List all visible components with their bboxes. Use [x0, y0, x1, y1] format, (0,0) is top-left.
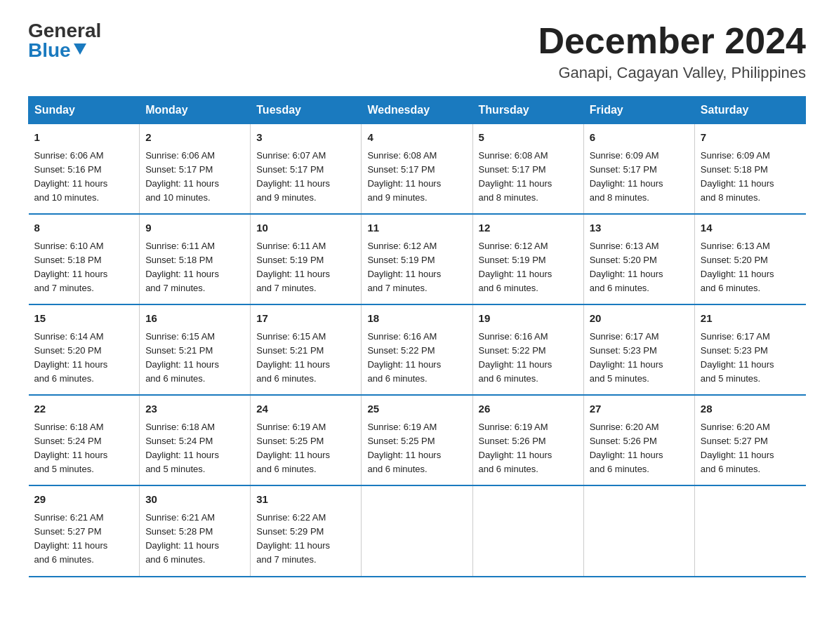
- day-info: Sunrise: 6:08 AM Sunset: 5:17 PM Dayligh…: [479, 149, 578, 206]
- day-number: 13: [590, 220, 689, 236]
- day-info: Sunrise: 6:18 AM Sunset: 5:24 PM Dayligh…: [145, 420, 244, 477]
- calendar-cell: 18 Sunrise: 6:16 AM Sunset: 5:22 PM Dayl…: [362, 304, 472, 395]
- calendar-cell: 16 Sunrise: 6:15 AM Sunset: 5:21 PM Dayl…: [140, 304, 251, 395]
- day-number: 7: [701, 130, 800, 146]
- day-info: Sunrise: 6:14 AM Sunset: 5:20 PM Dayligh…: [34, 330, 134, 387]
- day-number: 28: [701, 401, 800, 417]
- calendar-cell: 26 Sunrise: 6:19 AM Sunset: 5:26 PM Dayl…: [472, 395, 583, 485]
- calendar-week-row: 1 Sunrise: 6:06 AM Sunset: 5:16 PM Dayli…: [29, 124, 806, 215]
- day-info: Sunrise: 6:06 AM Sunset: 5:17 PM Dayligh…: [145, 149, 244, 206]
- calendar-cell: 31 Sunrise: 6:22 AM Sunset: 5:29 PM Dayl…: [251, 485, 362, 576]
- calendar-header-row: SundayMondayTuesdayWednesdayThursdayFrid…: [29, 97, 806, 124]
- day-info: Sunrise: 6:17 AM Sunset: 5:23 PM Dayligh…: [701, 330, 800, 387]
- day-number: 17: [256, 311, 355, 327]
- day-number: 5: [479, 130, 578, 146]
- page-header: General Blue December 2024 Ganapi, Cagay…: [28, 21, 806, 82]
- day-number: 3: [256, 130, 355, 146]
- title-area: December 2024 Ganapi, Cagayan Valley, Ph…: [538, 21, 806, 82]
- day-info: Sunrise: 6:17 AM Sunset: 5:23 PM Dayligh…: [590, 330, 689, 387]
- column-header-tuesday: Tuesday: [251, 97, 362, 124]
- day-number: 20: [590, 311, 689, 327]
- day-number: 30: [145, 492, 244, 508]
- day-info: Sunrise: 6:15 AM Sunset: 5:21 PM Dayligh…: [145, 330, 244, 387]
- calendar-week-row: 8 Sunrise: 6:10 AM Sunset: 5:18 PM Dayli…: [29, 214, 806, 304]
- calendar-cell: 19 Sunrise: 6:16 AM Sunset: 5:22 PM Dayl…: [472, 304, 583, 395]
- day-number: 6: [590, 130, 689, 146]
- day-info: Sunrise: 6:22 AM Sunset: 5:29 PM Dayligh…: [256, 511, 355, 568]
- column-header-friday: Friday: [583, 97, 694, 124]
- day-number: 12: [479, 220, 578, 236]
- calendar-cell: 28 Sunrise: 6:20 AM Sunset: 5:27 PM Dayl…: [694, 395, 805, 485]
- day-number: 4: [367, 130, 466, 146]
- calendar-cell: 4 Sunrise: 6:08 AM Sunset: 5:17 PM Dayli…: [362, 124, 472, 215]
- calendar-cell: 6 Sunrise: 6:09 AM Sunset: 5:17 PM Dayli…: [583, 124, 694, 215]
- calendar-cell: 13 Sunrise: 6:13 AM Sunset: 5:20 PM Dayl…: [583, 214, 694, 304]
- day-info: Sunrise: 6:09 AM Sunset: 5:17 PM Dayligh…: [590, 149, 689, 206]
- calendar-cell: 27 Sunrise: 6:20 AM Sunset: 5:26 PM Dayl…: [583, 395, 694, 485]
- day-number: 26: [479, 401, 578, 417]
- calendar-week-row: 15 Sunrise: 6:14 AM Sunset: 5:20 PM Dayl…: [29, 304, 806, 395]
- day-number: 14: [701, 220, 800, 236]
- day-number: 24: [256, 401, 355, 417]
- calendar-cell: 17 Sunrise: 6:15 AM Sunset: 5:21 PM Dayl…: [251, 304, 362, 395]
- calendar-table: SundayMondayTuesdayWednesdayThursdayFrid…: [28, 96, 806, 577]
- day-info: Sunrise: 6:21 AM Sunset: 5:28 PM Dayligh…: [145, 511, 244, 568]
- calendar-cell: 7 Sunrise: 6:09 AM Sunset: 5:18 PM Dayli…: [694, 124, 805, 215]
- day-number: 2: [145, 130, 244, 146]
- calendar-cell: [472, 485, 583, 576]
- calendar-cell: 2 Sunrise: 6:06 AM Sunset: 5:17 PM Dayli…: [140, 124, 251, 215]
- day-info: Sunrise: 6:20 AM Sunset: 5:27 PM Dayligh…: [701, 420, 800, 477]
- day-info: Sunrise: 6:16 AM Sunset: 5:22 PM Dayligh…: [479, 330, 578, 387]
- day-number: 16: [145, 311, 244, 327]
- day-number: 22: [34, 401, 134, 417]
- calendar-cell: 29 Sunrise: 6:21 AM Sunset: 5:27 PM Dayl…: [29, 485, 140, 576]
- calendar-cell: 23 Sunrise: 6:18 AM Sunset: 5:24 PM Dayl…: [140, 395, 251, 485]
- day-number: 1: [34, 130, 134, 146]
- calendar-cell: 22 Sunrise: 6:18 AM Sunset: 5:24 PM Dayl…: [29, 395, 140, 485]
- day-number: 19: [479, 311, 578, 327]
- day-info: Sunrise: 6:15 AM Sunset: 5:21 PM Dayligh…: [256, 330, 355, 387]
- calendar-cell: 24 Sunrise: 6:19 AM Sunset: 5:25 PM Dayl…: [251, 395, 362, 485]
- day-number: 11: [367, 220, 466, 236]
- day-info: Sunrise: 6:21 AM Sunset: 5:27 PM Dayligh…: [34, 511, 134, 568]
- day-info: Sunrise: 6:19 AM Sunset: 5:26 PM Dayligh…: [479, 420, 578, 477]
- calendar-cell: 10 Sunrise: 6:11 AM Sunset: 5:19 PM Dayl…: [251, 214, 362, 304]
- day-number: 27: [590, 401, 689, 417]
- calendar-cell: 12 Sunrise: 6:12 AM Sunset: 5:19 PM Dayl…: [472, 214, 583, 304]
- day-info: Sunrise: 6:08 AM Sunset: 5:17 PM Dayligh…: [367, 149, 466, 206]
- calendar-cell: 20 Sunrise: 6:17 AM Sunset: 5:23 PM Dayl…: [583, 304, 694, 395]
- calendar-cell: 14 Sunrise: 6:13 AM Sunset: 5:20 PM Dayl…: [694, 214, 805, 304]
- calendar-cell: 15 Sunrise: 6:14 AM Sunset: 5:20 PM Dayl…: [29, 304, 140, 395]
- logo-blue: Blue: [28, 41, 71, 60]
- calendar-cell: 1 Sunrise: 6:06 AM Sunset: 5:16 PM Dayli…: [29, 124, 140, 215]
- day-info: Sunrise: 6:13 AM Sunset: 5:20 PM Dayligh…: [701, 239, 800, 296]
- day-number: 18: [367, 311, 466, 327]
- day-info: Sunrise: 6:16 AM Sunset: 5:22 PM Dayligh…: [367, 330, 466, 387]
- day-info: Sunrise: 6:19 AM Sunset: 5:25 PM Dayligh…: [256, 420, 355, 477]
- day-number: 21: [701, 311, 800, 327]
- day-info: Sunrise: 6:09 AM Sunset: 5:18 PM Dayligh…: [701, 149, 800, 206]
- day-number: 29: [34, 492, 134, 508]
- logo-triangle-icon: [74, 43, 86, 57]
- calendar-cell: 5 Sunrise: 6:08 AM Sunset: 5:17 PM Dayli…: [472, 124, 583, 215]
- day-info: Sunrise: 6:07 AM Sunset: 5:17 PM Dayligh…: [256, 149, 355, 206]
- day-number: 9: [145, 220, 244, 236]
- calendar-week-row: 29 Sunrise: 6:21 AM Sunset: 5:27 PM Dayl…: [29, 485, 806, 576]
- day-info: Sunrise: 6:13 AM Sunset: 5:20 PM Dayligh…: [590, 239, 689, 296]
- column-header-wednesday: Wednesday: [362, 97, 472, 124]
- calendar-week-row: 22 Sunrise: 6:18 AM Sunset: 5:24 PM Dayl…: [29, 395, 806, 485]
- calendar-cell: [362, 485, 472, 576]
- location-title: Ganapi, Cagayan Valley, Philippines: [538, 64, 806, 82]
- calendar-cell: 11 Sunrise: 6:12 AM Sunset: 5:19 PM Dayl…: [362, 214, 472, 304]
- day-info: Sunrise: 6:10 AM Sunset: 5:18 PM Dayligh…: [34, 239, 134, 296]
- calendar-cell: [694, 485, 805, 576]
- column-header-monday: Monday: [140, 97, 251, 124]
- calendar-cell: 30 Sunrise: 6:21 AM Sunset: 5:28 PM Dayl…: [140, 485, 251, 576]
- logo-general: General: [28, 21, 101, 41]
- calendar-cell: [583, 485, 694, 576]
- calendar-cell: 25 Sunrise: 6:19 AM Sunset: 5:25 PM Dayl…: [362, 395, 472, 485]
- calendar-cell: 21 Sunrise: 6:17 AM Sunset: 5:23 PM Dayl…: [694, 304, 805, 395]
- svg-marker-0: [74, 43, 86, 55]
- column-header-saturday: Saturday: [694, 97, 805, 124]
- column-header-thursday: Thursday: [472, 97, 583, 124]
